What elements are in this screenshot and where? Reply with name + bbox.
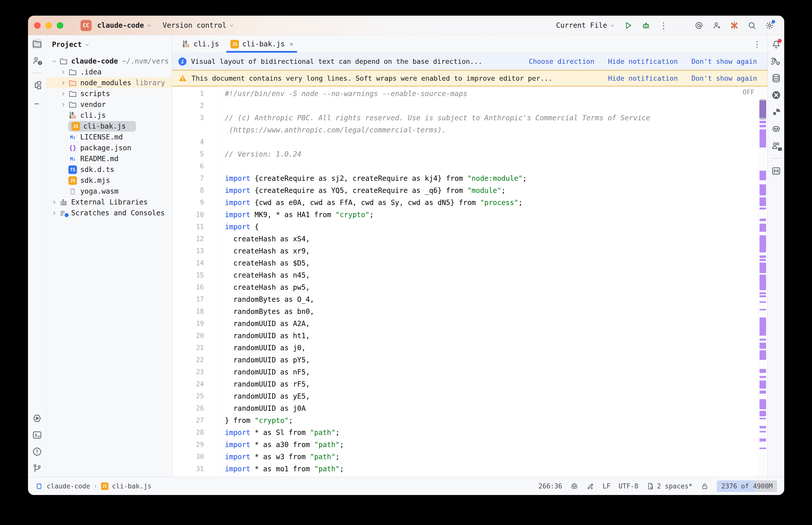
code-line[interactable]: 10import MK9, * as HA1 from "crypto"; [172,209,758,221]
code-line[interactable]: 2 [172,100,758,112]
chevron-collapsed-icon[interactable] [49,210,59,216]
code-line[interactable]: 18 randomBytes as bn0, [172,305,758,317]
code-with-me-icon[interactable] [771,141,781,151]
code-line[interactable]: 30import * as w3 from "path"; [172,451,758,463]
chevron-collapsed-icon[interactable] [59,79,68,87]
tab-cli-js[interactable]: 100JS cli.js [176,35,225,53]
code-line[interactable]: 19 randomUUID as A2A, [172,317,758,330]
code-line[interactable]: 17 randomBytes as O_4, [172,293,758,305]
search-icon[interactable] [748,21,756,30]
breadcrumb-file[interactable]: cli-bak.js [112,482,152,490]
minimize-window-button[interactable] [45,22,52,29]
project-folder-icon[interactable] [32,39,42,49]
chevron-expanded-icon[interactable] [49,58,59,65]
code-line[interactable]: 28import * as Sl from "path"; [172,426,758,438]
tree-item-vendor[interactable]: vendor [46,99,172,110]
chevron-collapsed-icon[interactable] [49,199,59,206]
inspections-robot-icon[interactable] [570,482,578,490]
code-line[interactable]: 6 [172,160,758,172]
vcs-widget[interactable]: Version control [161,21,241,30]
more-vertical-icon[interactable]: ⋮ [659,21,668,30]
scrollbar-thumb[interactable] [759,99,766,120]
chevron-collapsed-icon[interactable] [59,101,68,108]
tree-item-sdk-mjs[interactable]: JSsdk.mjs [46,175,172,186]
chevron-collapsed-icon[interactable] [59,90,68,97]
code-line[interactable]: 4 [172,136,758,148]
database-icon[interactable] [771,73,781,83]
tree-item-cli-js[interactable]: 100JScli.js [46,110,172,121]
code-line[interactable]: 23 randomUUID as nF5, [172,366,758,378]
chevron-collapsed-icon[interactable] [59,69,68,76]
problems-icon[interactable] [32,447,42,457]
tree-item-scripts[interactable]: scripts [46,88,172,99]
code-line[interactable]: 20 randomUUID as ht1, [172,330,758,342]
code-line[interactable]: 15 createHash as n45, [172,269,758,281]
markdown-icon[interactable] [771,166,781,176]
banner-link-hide-notification[interactable]: Hide notification [608,74,678,82]
indent-widget[interactable]: 2 spaces* [647,482,693,490]
code-line[interactable]: 12 createHash as xS4, [172,233,758,245]
tab-cli-bak-js[interactable]: JS cli-bak.js × [225,35,299,53]
pull-requests-icon[interactable]: ? [32,56,42,65]
notifications-bell-icon[interactable] [771,39,781,49]
code-line[interactable]: 16 createHash as pw5, [172,281,758,293]
code-line[interactable]: 31import * as mo1 from "path"; [172,463,758,475]
tree-item-scratches-and-consoles[interactable]: Scratches and Consoles [46,208,172,219]
code-line[interactable]: 21 randomUUID as j0, [172,342,758,354]
tree-item-license-md[interactable]: M↓LICENSE.md [46,132,172,142]
settings-icon[interactable] [765,21,774,30]
line-separator-widget[interactable]: LF [603,482,610,490]
run-button[interactable] [624,21,633,30]
close-tab-icon[interactable]: × [290,40,294,48]
more-icon[interactable]: … [32,97,42,107]
code-line[interactable]: 26 randomUUID as j0A [172,402,758,414]
copilot-icon[interactable] [771,124,781,134]
tab-options-icon[interactable]: ⋮ [753,35,768,53]
dependencies-icon[interactable] [771,107,781,117]
tree-item-node-modules[interactable]: node_moduleslibrary [46,77,172,88]
code-line[interactable]: (https://www.anthropic.com/legal/commerc… [172,124,758,136]
tree-item-sdk-d-ts[interactable]: TSsdk.d.ts [46,164,172,175]
run-configuration-widget[interactable]: Current File [556,21,615,30]
code-line[interactable]: 27} from "crypto"; [172,414,758,426]
ai-assistant-icon[interactable] [771,56,781,66]
code-line[interactable]: 3// (c) Anthropic PBC. All rights reserv… [172,112,758,124]
close-window-button[interactable] [34,22,41,29]
code-line[interactable]: 25 randomUUID as yE5, [172,390,758,402]
chevron-down-icon[interactable] [84,42,90,47]
zoom-window-button[interactable] [57,22,63,29]
terminal-icon[interactable] [32,430,42,440]
banner-link-hide-notification[interactable]: Hide notification [608,58,678,65]
tree-item-yoga-wasm[interactable]: yoga.wasm [46,186,172,197]
tree-item--idea[interactable]: .idea [46,66,172,77]
highlighting-off-icon[interactable] [587,482,594,490]
code-line[interactable]: 14 createHash as $D5, [172,257,758,269]
code-line[interactable]: 13 createHash as xr9, [172,245,758,257]
banner-link-choose-direction[interactable]: Choose direction [529,58,594,65]
code-line[interactable]: 1#!/usr/bin/env -S node --no-warnings --… [172,88,758,100]
tree-item-readme-md[interactable]: M↓README.md [46,153,172,164]
code-line[interactable]: 8import {createRequire as YQ5, createReq… [172,184,758,196]
run-hexagon-icon[interactable] [32,413,42,423]
project-widget[interactable]: claude-code [95,21,161,30]
banner-link-don-t-show-again[interactable]: Don't show again [691,58,757,65]
code-line[interactable]: 7import {createRequire as sj2, createReq… [172,172,758,184]
code-line[interactable]: 22 randomUUID as pY5, [172,354,758,366]
tree-item-package-json[interactable]: {}package.json [46,142,172,153]
tree-item-external-libraries[interactable]: External Libraries [46,197,172,208]
breadcrumb-project[interactable]: claude-code [47,482,90,490]
tree-item-claude-code[interactable]: claude-code~/.nvm/vers [46,56,172,66]
debug-button[interactable] [641,21,650,30]
tree-item-cli-bak-js[interactable]: JScli-bak.js [46,121,172,132]
editor-scrollbar[interactable] [758,87,768,477]
structure-icon[interactable] [32,80,42,90]
unlocked-icon[interactable] [701,482,709,490]
at-icon[interactable] [694,21,704,30]
code-line[interactable]: 5// Version: 1.0.24 [172,148,758,160]
memory-indicator[interactable]: 2376 of 4900M [717,480,778,492]
code-editor[interactable]: 1#!/usr/bin/env -S node --no-warnings --… [172,87,758,477]
code-line[interactable]: 29import * as a30 from "path"; [172,438,758,451]
ai-spark-icon[interactable] [730,21,739,30]
code-line[interactable]: 24 randomUUID as rF5, [172,378,758,390]
encoding-widget[interactable]: UTF-8 [618,482,638,490]
